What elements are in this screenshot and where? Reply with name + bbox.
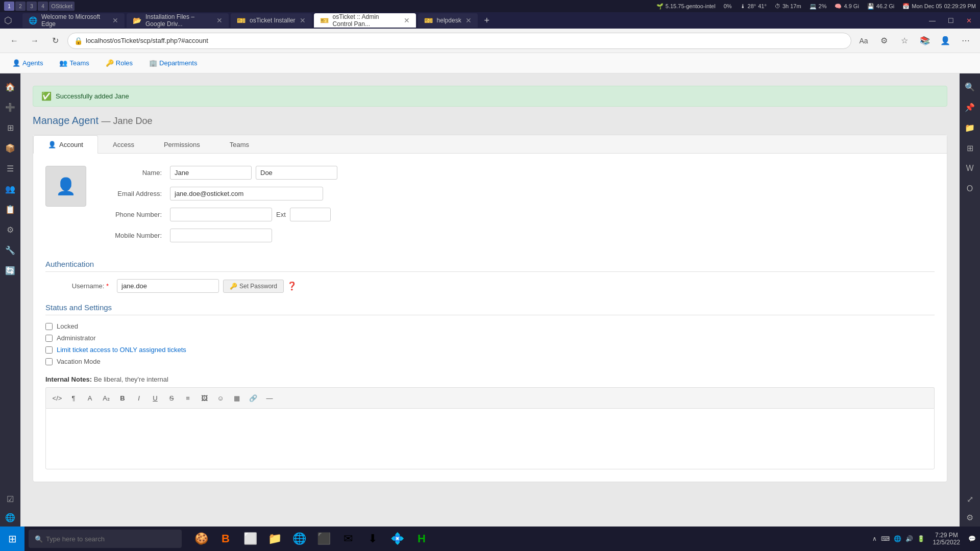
tab-installer-close[interactable]: ✕ bbox=[300, 16, 306, 24]
forward-button[interactable]: → bbox=[27, 33, 43, 49]
back-button[interactable]: ← bbox=[6, 33, 22, 49]
right-sidebar-outlook[interactable]: O bbox=[961, 180, 979, 198]
profile-button[interactable]: 👤 bbox=[937, 33, 953, 49]
taskbar-brave[interactable]: B bbox=[214, 528, 237, 550]
vacation-checkbox[interactable] bbox=[45, 358, 53, 365]
tab-teams[interactable]: Teams bbox=[215, 135, 264, 154]
sidebar-tool[interactable]: 🔧 bbox=[1, 241, 19, 259]
address-bar[interactable]: 🔒 localhost/osTicket/scp/staff.php?#acco… bbox=[67, 33, 851, 49]
limit-access-checkbox[interactable] bbox=[45, 346, 53, 354]
right-sidebar-pin[interactable]: 📌 bbox=[961, 98, 979, 116]
taskbar-datetime[interactable]: 7:29 PM 12/5/2022 bbox=[933, 532, 960, 546]
help-icon[interactable]: ❓ bbox=[287, 281, 297, 291]
nav-departments[interactable]: 🏢 Departments bbox=[145, 57, 201, 69]
editor-font-size[interactable]: A₂ bbox=[99, 391, 113, 405]
username-input[interactable] bbox=[117, 279, 219, 293]
minimize-button[interactable]: — bbox=[925, 17, 940, 24]
tab-account[interactable]: 👤 Account bbox=[33, 135, 98, 154]
desktop-3[interactable]: 3 bbox=[27, 2, 37, 11]
email-input[interactable] bbox=[170, 187, 323, 201]
editor-bold[interactable]: B bbox=[115, 391, 130, 405]
sidebar-list[interactable]: 📋 bbox=[1, 200, 19, 218]
sidebar-package[interactable]: 📦 bbox=[1, 139, 19, 157]
desktop-tabs[interactable]: 1 2 3 4 OSticket bbox=[4, 2, 75, 11]
editor-link[interactable]: 🔗 bbox=[246, 391, 260, 405]
sidebar-check[interactable]: ☑ bbox=[1, 490, 19, 508]
taskbar-edge[interactable]: 🌐 bbox=[288, 528, 310, 550]
tray-expand[interactable]: ∧ bbox=[872, 535, 877, 542]
editor-italic[interactable]: I bbox=[132, 391, 146, 405]
notifications-button[interactable]: 💬 bbox=[968, 535, 976, 542]
mobile-input[interactable] bbox=[170, 229, 272, 242]
settings-button[interactable]: ⚙ bbox=[876, 33, 892, 49]
sidebar-network[interactable]: 🌐 bbox=[1, 508, 19, 527]
more-button[interactable]: ⋯ bbox=[958, 33, 974, 49]
set-password-button[interactable]: 🔑 Set Password bbox=[223, 280, 284, 293]
right-sidebar-search[interactable]: 🔍 bbox=[961, 78, 979, 96]
tab-permissions[interactable]: Permissions bbox=[149, 135, 215, 154]
editor-para[interactable]: ¶ bbox=[66, 391, 81, 405]
taskbar-cookies[interactable]: 🍪 bbox=[190, 528, 212, 550]
nav-agents[interactable]: 👤 Agents bbox=[8, 57, 47, 69]
tray-network[interactable]: 🌐 bbox=[894, 535, 901, 542]
taskbar-search[interactable]: 🔍 bbox=[29, 530, 182, 548]
maximize-button[interactable]: ☐ bbox=[944, 17, 958, 24]
sidebar-home[interactable]: 🏠 bbox=[1, 78, 19, 96]
editor-area[interactable] bbox=[45, 408, 935, 469]
nav-roles[interactable]: 🔑 Roles bbox=[102, 57, 137, 69]
taskbar-mail[interactable]: ✉ bbox=[337, 528, 359, 550]
tab-helpdesk-close[interactable]: ✕ bbox=[465, 16, 472, 24]
first-name-input[interactable] bbox=[170, 166, 252, 180]
tab-edge-close[interactable]: ✕ bbox=[112, 16, 118, 24]
taskbar-blue-app[interactable]: 💠 bbox=[386, 528, 408, 550]
browser-tabs[interactable]: 🌐 Welcome to Microsoft Edge ✕ 📂 Installa… bbox=[22, 13, 494, 28]
editor-font-color[interactable]: A bbox=[83, 391, 97, 405]
taskbar-terminal[interactable]: ⬛ bbox=[312, 528, 335, 550]
admin-checkbox[interactable] bbox=[45, 335, 53, 342]
tray-volume[interactable]: 🔊 bbox=[905, 535, 913, 542]
tab-admin-close[interactable]: ✕ bbox=[404, 16, 410, 24]
locked-checkbox[interactable] bbox=[45, 323, 53, 330]
sidebar-refresh[interactable]: 🔄 bbox=[1, 261, 19, 280]
collections-button[interactable]: 📚 bbox=[917, 33, 933, 49]
editor-list[interactable]: ≡ bbox=[181, 391, 195, 405]
right-sidebar-word[interactable]: W bbox=[961, 159, 979, 178]
start-button[interactable]: ⊞ bbox=[0, 527, 24, 551]
tabs-navigation[interactable]: 👤 Account Access Permissions Teams bbox=[33, 135, 947, 154]
taskbar-search-input[interactable] bbox=[46, 535, 176, 543]
desktop-4[interactable]: 4 bbox=[38, 2, 48, 11]
refresh-button[interactable]: ↻ bbox=[47, 33, 63, 49]
tab-access[interactable]: Access bbox=[98, 135, 149, 154]
sidebar-add[interactable]: ➕ bbox=[1, 98, 19, 116]
editor-image[interactable]: 🖼 bbox=[197, 391, 211, 405]
reader-mode-button[interactable]: Aa bbox=[855, 33, 872, 49]
last-name-input[interactable] bbox=[256, 166, 337, 180]
right-expand[interactable]: ⤢ bbox=[961, 490, 979, 508]
tab-installer[interactable]: 🎫 osTicket Installer ✕ bbox=[231, 13, 312, 28]
sidebar-menu[interactable]: ☰ bbox=[1, 159, 19, 178]
desktop-1[interactable]: 1 bbox=[4, 2, 14, 11]
sidebar-users[interactable]: 👥 bbox=[1, 180, 19, 198]
tab-helpdesk[interactable]: 🎫 helpdesk ✕ bbox=[418, 13, 478, 28]
desktop-2[interactable]: 2 bbox=[15, 2, 26, 11]
right-gear[interactable]: ⚙ bbox=[961, 508, 979, 527]
nav-teams[interactable]: 👥 Teams bbox=[55, 57, 93, 69]
taskbar-files[interactable]: 📁 bbox=[263, 528, 286, 550]
taskbar-green-app[interactable]: H bbox=[410, 528, 433, 550]
favorites-button[interactable]: ☆ bbox=[896, 33, 913, 49]
tab-gdrive-close[interactable]: ✕ bbox=[216, 16, 223, 24]
editor-code[interactable]: </> bbox=[50, 391, 64, 405]
editor-underline[interactable]: U bbox=[148, 391, 162, 405]
taskbar-task-view[interactable]: ⬜ bbox=[239, 528, 261, 550]
right-sidebar-apps[interactable]: ⊞ bbox=[961, 139, 979, 157]
new-tab-button[interactable]: + bbox=[480, 13, 494, 28]
tab-gdrive[interactable]: 📂 Installation Files – Google Driv... ✕ bbox=[127, 13, 229, 28]
close-button[interactable]: ✕ bbox=[962, 17, 976, 24]
desktop-app[interactable]: OSticket bbox=[49, 2, 75, 11]
name-inputs[interactable] bbox=[170, 166, 337, 180]
window-controls[interactable]: — ☐ ✕ bbox=[925, 17, 976, 24]
tab-edge[interactable]: 🌐 Welcome to Microsoft Edge ✕ bbox=[22, 13, 125, 28]
editor-hr[interactable]: — bbox=[262, 391, 277, 405]
taskbar-download[interactable]: ⬇ bbox=[361, 528, 384, 550]
editor-emoji[interactable]: ☺ bbox=[213, 391, 228, 405]
